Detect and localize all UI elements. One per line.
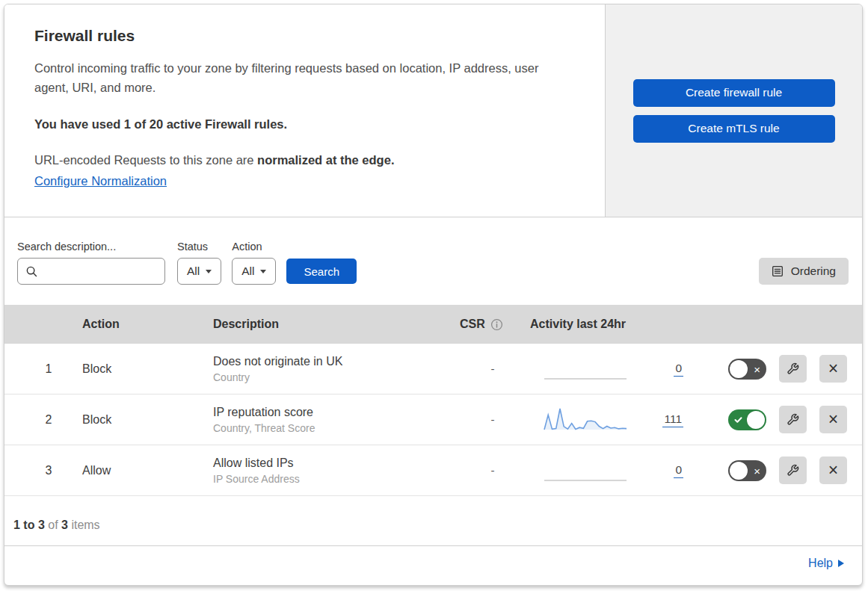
- rule-priority: 3: [4, 464, 82, 477]
- toggle-knob: [730, 462, 748, 480]
- rule-controls: × ×: [688, 355, 862, 383]
- rule-csr-value: -: [458, 413, 527, 426]
- activity-sparkline: [544, 354, 627, 384]
- csr-column-header: CSR: [458, 318, 527, 331]
- status-filter-group: Status All: [177, 241, 232, 285]
- rule-description: Does not originate in UK: [213, 355, 458, 368]
- activity-count-link[interactable]: 111: [662, 412, 683, 427]
- rule-criteria: Country, Threat Score: [213, 422, 458, 434]
- delete-rule-button[interactable]: ×: [819, 457, 847, 484]
- toggle-knob: [730, 360, 748, 378]
- items-range: 1 to 3: [13, 519, 45, 531]
- search-icon: [25, 265, 38, 278]
- ordering-list-icon: [772, 265, 784, 277]
- rule-csr-value: -: [458, 464, 527, 477]
- action-dropdown-value: All: [241, 264, 254, 278]
- status-dropdown[interactable]: All: [177, 258, 221, 285]
- rule-enable-toggle[interactable]: ×: [728, 359, 766, 380]
- edit-rule-button[interactable]: [779, 457, 807, 484]
- normalization-bold: normalized at the edge.: [257, 153, 394, 167]
- activity-sparkline: [544, 456, 627, 486]
- normalization-note: URL-encoded Requests to this zone are no…: [34, 153, 575, 167]
- chevron-down-icon: [260, 270, 266, 273]
- action-dropdown[interactable]: All: [232, 258, 276, 285]
- create-firewall-rule-button[interactable]: Create firewall rule: [633, 79, 835, 107]
- page-title: Firewall rules: [34, 27, 575, 45]
- rule-activity-cell: 0: [527, 456, 688, 486]
- create-mtls-rule-button[interactable]: Create mTLS rule: [633, 115, 835, 143]
- search-description-input[interactable]: [43, 264, 157, 279]
- rule-enable-toggle[interactable]: ×: [728, 409, 766, 430]
- arrow-right-icon: [838, 560, 844, 567]
- actions-panel: Create firewall rule Create mTLS rule: [606, 4, 862, 217]
- close-icon: ×: [828, 411, 838, 428]
- x-icon: ×: [754, 363, 760, 374]
- activity-count-link[interactable]: 0: [674, 362, 683, 377]
- action-column-header: Action: [82, 318, 213, 331]
- rule-action: Block: [82, 362, 213, 376]
- check-icon: [734, 416, 742, 424]
- help-row: Help: [4, 545, 862, 580]
- activity-sparkline: [544, 405, 627, 435]
- rule-controls: × ×: [688, 406, 862, 433]
- firewall-rules-card: Firewall rules Control incoming traffic …: [4, 4, 863, 586]
- status-label: Status: [177, 241, 232, 253]
- delete-rule-button[interactable]: ×: [819, 406, 847, 433]
- items-label: items: [68, 519, 100, 531]
- activity-count-link[interactable]: 0: [674, 463, 683, 478]
- search-button[interactable]: Search: [286, 259, 357, 284]
- table-header: Action Description CSR Activity last 24h…: [4, 305, 862, 344]
- edit-rule-button[interactable]: [779, 355, 807, 383]
- rule-priority: 1: [4, 362, 82, 376]
- rule-csr-value: -: [458, 362, 527, 375]
- rule-description: IP reputation score: [213, 406, 458, 419]
- rule-controls: × ×: [688, 457, 862, 484]
- items-of-text: of: [45, 519, 61, 531]
- ordering-button[interactable]: Ordering: [759, 258, 849, 285]
- info-icon[interactable]: [490, 318, 503, 331]
- configure-normalization-link[interactable]: Configure Normalization: [34, 174, 167, 188]
- items-count: 1 to 3 of 3 items: [4, 496, 862, 545]
- rule-description: Allow listed IPs: [213, 457, 458, 470]
- rule-activity-cell: 0: [527, 354, 688, 384]
- filter-bar: Search description... Status All Action: [4, 217, 862, 305]
- rule-description-cell: Allow listed IPs IP Source Address: [213, 457, 458, 485]
- wrench-icon: [787, 464, 799, 477]
- normalization-prefix: URL-encoded Requests to this zone are: [34, 153, 257, 167]
- delete-rule-button[interactable]: ×: [819, 355, 847, 383]
- rule-criteria: Country: [213, 371, 458, 383]
- wrench-icon: [787, 362, 799, 375]
- rule-priority: 2: [4, 413, 82, 427]
- close-icon: ×: [828, 360, 838, 377]
- wrench-icon: [787, 413, 799, 426]
- ordering-button-label: Ordering: [791, 264, 836, 278]
- close-icon: ×: [828, 462, 838, 479]
- table-row: 2 Block IP reputation score Country, Thr…: [4, 394, 862, 445]
- page-description: Control incoming traffic to your zone by…: [34, 59, 569, 97]
- header-section: Firewall rules Control incoming traffic …: [4, 4, 862, 217]
- rule-criteria: IP Source Address: [213, 473, 458, 485]
- description-column-header: Description: [213, 318, 458, 331]
- rule-activity-cell: 111: [527, 405, 688, 435]
- search-description-group: Search description...: [17, 241, 165, 285]
- rule-description-cell: IP reputation score Country, Threat Scor…: [213, 406, 458, 434]
- items-total: 3: [61, 519, 68, 531]
- chevron-down-icon: [206, 270, 212, 273]
- table-row: 3 Allow Allow listed IPs IP Source Addre…: [4, 445, 862, 496]
- rule-description-cell: Does not originate in UK Country: [213, 355, 458, 383]
- rule-enable-toggle[interactable]: ×: [728, 460, 766, 481]
- rule-action: Allow: [82, 464, 213, 477]
- action-filter-group: Action All: [232, 241, 286, 285]
- help-link[interactable]: Help: [808, 557, 833, 570]
- status-dropdown-value: All: [187, 264, 200, 278]
- csr-column-label: CSR: [460, 318, 485, 331]
- search-description-label: Search description...: [17, 241, 165, 253]
- edit-rule-button[interactable]: [779, 406, 807, 433]
- x-icon: ×: [754, 465, 760, 476]
- activity-column-header: Activity last 24hr: [527, 318, 688, 331]
- header-text-panel: Firewall rules Control incoming traffic …: [4, 4, 606, 217]
- search-description-field[interactable]: [17, 258, 165, 285]
- rule-action: Block: [82, 413, 213, 427]
- action-label: Action: [232, 241, 286, 253]
- toggle-knob: [747, 411, 765, 429]
